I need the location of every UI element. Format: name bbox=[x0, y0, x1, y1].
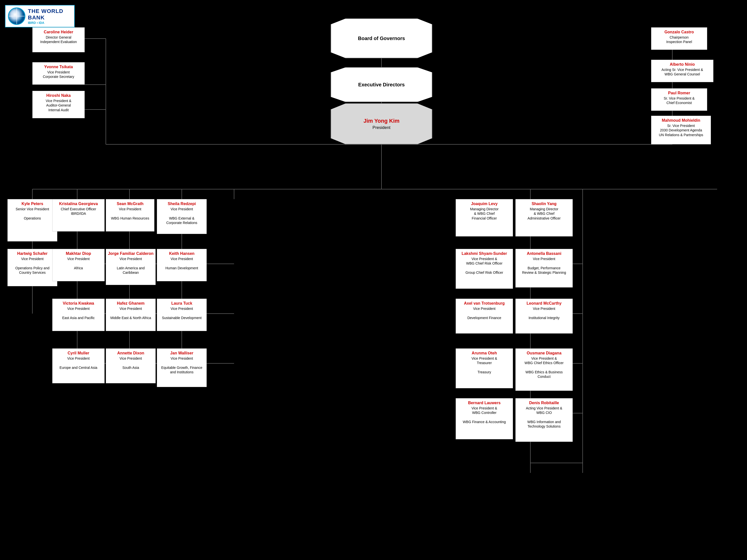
card-hafez-ghanem: Hafez Ghanem Vice President Middle East … bbox=[106, 299, 156, 331]
logo-sub-text: IBRD • IDA bbox=[28, 21, 72, 25]
board-of-governors: Board of Governors bbox=[331, 19, 432, 58]
card-hiroshi-naka: Hiroshi Naka Vice President & Auditor-Ge… bbox=[32, 91, 85, 118]
card-paul-romer: Paul Romer Sr. Vice President & Chief Ec… bbox=[651, 88, 707, 111]
executive-directors: Executive Directors bbox=[331, 67, 432, 102]
logo-text: THE WORLD BANK IBRD • IDA bbox=[28, 8, 72, 25]
card-bernard-lauwers: Bernard Lauwers Vice President & WBG Con… bbox=[456, 398, 513, 439]
card-yvonne-tsikata: Yvonne Tsikata Vice President Corporate … bbox=[32, 62, 85, 85]
card-kristalina-georgieva: Kristalina Georgieva Chief Executive Off… bbox=[52, 199, 105, 232]
card-joaquim-levy: Joaquim Levy Managing Director & WBG Chi… bbox=[456, 199, 513, 236]
card-victoria-kwakwa: Victoria Kwakwa Vice President East Asia… bbox=[52, 299, 105, 331]
president-card: Jim Yong Kim President bbox=[331, 103, 432, 144]
card-kyle-peters: Kyle Peters Senior Vice President Operat… bbox=[7, 199, 57, 241]
card-arunma-oteh: Arunma Oteh Vice President & Treasurer T… bbox=[456, 348, 513, 388]
card-jorge-familiar: Jorge Familiar Calderon Vice President L… bbox=[106, 249, 156, 285]
card-annette-dixon: Annette Dixon Vice President South Asia bbox=[106, 348, 156, 383]
card-lakshmi-shyam-sunder: Lakshmi Shyam-Sunder Vice President & WB… bbox=[456, 249, 513, 289]
card-ousmane-diagana: Ousmane Diagana Vice President & WBG Chi… bbox=[515, 348, 573, 391]
card-denis-robitaille: Denis Robitaille Acting Vice President &… bbox=[515, 398, 573, 442]
card-sean-mcgrath: Sean McGrath Vice President WBG Human Re… bbox=[106, 199, 154, 232]
logo-globe bbox=[8, 7, 25, 25]
card-keith-hansen: Keith Hansen Vice President Human Develo… bbox=[157, 249, 207, 281]
card-leonard-mccarthy: Leonard McCarthy Vice President Institut… bbox=[515, 299, 573, 334]
card-shaolin-yang: Shaolin Yang Managing Director & WBG Chi… bbox=[515, 199, 573, 236]
card-axel-van-trotsenburg: Axel van Trotsenburg Vice President Deve… bbox=[456, 299, 513, 334]
logo-main-text: THE WORLD BANK bbox=[28, 8, 72, 21]
card-cyril-muller: Cyril Muller Vice President Europe and C… bbox=[52, 348, 105, 383]
card-sheila-redzepi: Sheila Redzepi Vice President WBG Extern… bbox=[157, 199, 207, 234]
card-antonella-bassani: Antonella Bassani Vice President Budget,… bbox=[515, 249, 573, 288]
logo: THE WORLD BANK IBRD • IDA bbox=[5, 5, 75, 27]
card-laura-tuck: Laura Tuck Vice President Sustainable De… bbox=[157, 299, 207, 331]
card-hartwig-schafer: Hartwig Schafer Vice President Operation… bbox=[7, 249, 57, 286]
card-jan-walliser: Jan Walliser Vice President Equitable Gr… bbox=[157, 348, 207, 387]
card-gonzalo-castro: Gonzalo Castro Chairperson Inspection Pa… bbox=[651, 27, 707, 50]
card-caroline-heider: Caroline Heider Director General Indepen… bbox=[32, 27, 85, 52]
card-mahmoud-mohieldin: Mahmoud Mohieldin Sr. Vice President 203… bbox=[651, 116, 711, 144]
card-makhtar-diop: Makhtar Diop Vice President Africa bbox=[52, 249, 105, 281]
card-alberto-ninio: Alberto Ninio Acting Sr. Vice President … bbox=[651, 60, 713, 82]
